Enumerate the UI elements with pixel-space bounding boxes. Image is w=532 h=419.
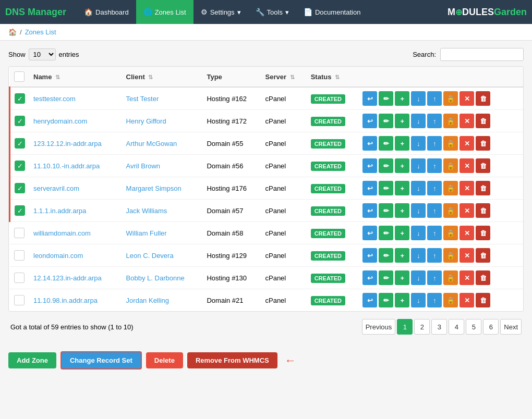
up-button[interactable]: ↑: [427, 248, 442, 263]
cancel-button[interactable]: ✕: [460, 91, 474, 106]
down-button[interactable]: ↓: [411, 181, 426, 195]
up-button[interactable]: ↑: [427, 136, 442, 151]
add-button[interactable]: +: [395, 226, 409, 240]
domain-link[interactable]: 11.10.98.in.addr.arpa: [33, 297, 98, 304]
nav-dashboard[interactable]: 🏠 Dashboard: [77, 0, 136, 24]
up-button[interactable]: ↑: [427, 226, 442, 240]
row-checkbox-unchecked[interactable]: [14, 250, 25, 261]
add-button[interactable]: +: [395, 248, 409, 263]
edit-button[interactable]: ✏: [379, 181, 393, 195]
client-link[interactable]: William Fuller: [126, 229, 167, 237]
cancel-button[interactable]: ✕: [460, 181, 474, 195]
row-checkbox-checked[interactable]: ✓: [15, 138, 25, 149]
add-button[interactable]: +: [395, 91, 409, 106]
nav-documentation[interactable]: 📄 Documentation: [296, 0, 368, 24]
pagination-page-4[interactable]: 4: [449, 319, 464, 335]
up-button[interactable]: ↑: [427, 203, 442, 218]
lock-button[interactable]: 🔒: [443, 91, 458, 106]
header-status[interactable]: Status ⇅: [307, 67, 359, 87]
lock-button[interactable]: 🔒: [443, 248, 458, 263]
domain-link[interactable]: testtester.com: [33, 95, 76, 103]
nav-zones-list[interactable]: 🌐 Zones List: [136, 0, 194, 24]
pagination-page-3[interactable]: 3: [431, 319, 447, 335]
select-all-checkbox[interactable]: [14, 71, 25, 82]
breadcrumb-zones-list[interactable]: Zones List: [25, 28, 56, 36]
down-button[interactable]: ↓: [411, 91, 426, 106]
pagination-previous[interactable]: Previous: [362, 319, 396, 335]
lock-button[interactable]: 🔒: [443, 293, 458, 307]
delete-row-button[interactable]: 🗑: [476, 203, 490, 218]
delete-row-button[interactable]: 🗑: [476, 91, 490, 106]
row-checkbox-unchecked[interactable]: [14, 228, 25, 238]
pagination-page-1[interactable]: 1: [397, 319, 413, 335]
lock-button[interactable]: 🔒: [443, 114, 458, 128]
nav-settings[interactable]: ⚙ Settings ▾: [194, 0, 248, 24]
lock-button[interactable]: 🔒: [443, 158, 458, 173]
redirect-button[interactable]: ↩: [362, 181, 377, 195]
domain-link[interactable]: 12.14.123.in-addr.arpa: [33, 274, 102, 282]
redirect-button[interactable]: ↩: [362, 226, 377, 240]
remove-from-whmcs-button[interactable]: Remove From WHMCS: [187, 352, 277, 368]
entries-select[interactable]: 10 25 50 100: [29, 48, 56, 60]
add-button[interactable]: +: [395, 158, 409, 173]
edit-button[interactable]: ✏: [379, 226, 393, 240]
redirect-button[interactable]: ↩: [362, 270, 377, 285]
cancel-button[interactable]: ✕: [460, 270, 474, 285]
domain-link[interactable]: serveravril.com: [33, 184, 79, 192]
client-link[interactable]: Jordan Kelling: [126, 297, 169, 304]
redirect-button[interactable]: ↩: [362, 248, 377, 263]
add-zone-button[interactable]: Add Zone: [8, 352, 56, 368]
delete-row-button[interactable]: 🗑: [476, 293, 490, 307]
down-button[interactable]: ↓: [411, 293, 426, 307]
client-link[interactable]: Jack Williams: [126, 207, 167, 215]
cancel-button[interactable]: ✕: [460, 226, 474, 240]
delete-row-button[interactable]: 🗑: [476, 226, 490, 240]
domain-link[interactable]: 1.1.1.in.addr.arpa: [33, 207, 86, 215]
row-checkbox-unchecked[interactable]: [14, 295, 25, 305]
home-breadcrumb-icon[interactable]: 🏠: [8, 28, 17, 36]
search-input[interactable]: [440, 48, 524, 61]
down-button[interactable]: ↓: [411, 203, 426, 218]
up-button[interactable]: ↑: [427, 181, 442, 195]
edit-button[interactable]: ✏: [379, 248, 393, 263]
redirect-button[interactable]: ↩: [362, 203, 377, 218]
cancel-button[interactable]: ✕: [460, 293, 474, 307]
lock-button[interactable]: 🔒: [443, 270, 458, 285]
redirect-button[interactable]: ↩: [362, 136, 377, 151]
redirect-button[interactable]: ↩: [362, 91, 377, 106]
row-checkbox-checked[interactable]: ✓: [15, 116, 25, 126]
up-button[interactable]: ↑: [427, 91, 442, 106]
client-link[interactable]: Henry Gifford: [126, 117, 166, 125]
pagination-page-2[interactable]: 2: [414, 319, 430, 335]
cancel-button[interactable]: ✕: [460, 158, 474, 173]
domain-link[interactable]: leondomain.com: [33, 252, 83, 260]
delete-row-button[interactable]: 🗑: [476, 114, 490, 128]
add-button[interactable]: +: [395, 203, 409, 218]
edit-button[interactable]: ✏: [379, 114, 393, 128]
cancel-button[interactable]: ✕: [460, 114, 474, 128]
redirect-button[interactable]: ↩: [362, 293, 377, 307]
client-link[interactable]: Avril Brown: [126, 162, 161, 170]
redirect-button[interactable]: ↩: [362, 158, 377, 173]
add-button[interactable]: +: [395, 114, 409, 128]
client-link[interactable]: Leon C. Devera: [126, 252, 174, 260]
delete-row-button[interactable]: 🗑: [476, 270, 490, 285]
pagination-page-6[interactable]: 6: [483, 319, 499, 335]
cancel-button[interactable]: ✕: [460, 248, 474, 263]
header-checkbox[interactable]: [10, 67, 30, 87]
row-checkbox-checked[interactable]: ✓: [15, 183, 25, 193]
add-button[interactable]: +: [395, 293, 409, 307]
header-client[interactable]: Client ⇅: [122, 67, 203, 87]
header-server[interactable]: Server ⇅: [261, 67, 306, 87]
lock-button[interactable]: 🔒: [443, 136, 458, 151]
delete-button[interactable]: Delete: [146, 352, 183, 368]
domain-link[interactable]: williamdomain.com: [33, 229, 91, 237]
edit-button[interactable]: ✏: [379, 158, 393, 173]
nav-tools[interactable]: 🔧 Tools ▾: [248, 0, 296, 24]
client-link[interactable]: Test Tester: [126, 95, 159, 103]
add-button[interactable]: +: [395, 270, 409, 285]
edit-button[interactable]: ✏: [379, 91, 393, 106]
down-button[interactable]: ↓: [411, 114, 426, 128]
down-button[interactable]: ↓: [411, 248, 426, 263]
up-button[interactable]: ↑: [427, 270, 442, 285]
